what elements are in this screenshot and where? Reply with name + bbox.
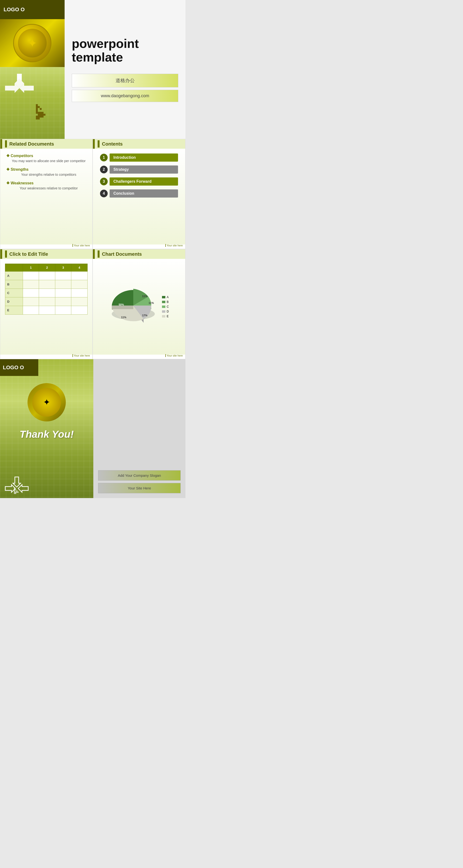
svg-rect-38 [15, 492, 16, 493]
slide3-logo: LOGO O [0, 359, 38, 376]
doc-competitors-title: Competitors [6, 154, 87, 158]
related-docs-header: Related Documents [0, 139, 92, 149]
cell-e2[interactable] [39, 306, 55, 315]
cell-e3[interactable] [55, 306, 71, 315]
doc-weaknesses-desc: Your weaknesses relative to competitor [6, 186, 87, 190]
contents-content: 1 Introduction 2 Strategy 3 Challengers … [93, 149, 185, 245]
doc-weaknesses: Weaknesses Your weaknesses relative to c… [6, 181, 87, 190]
col-header-4: 4 [71, 264, 88, 272]
row-label-d: D [5, 298, 23, 306]
svg-rect-43 [18, 492, 19, 493]
legend-color-b [162, 301, 165, 303]
svg-rect-13 [42, 112, 43, 114]
compass-inner: ✦ [18, 29, 47, 58]
cell-a3[interactable] [55, 272, 71, 280]
pie-chart-svg: 50% 11% 11% 17% 11% [109, 283, 157, 331]
contents-number-3: 3 [100, 178, 108, 185]
svg-rect-4 [36, 104, 38, 106]
cell-b2[interactable] [39, 280, 55, 289]
contents-item-4: 4 Conclusion [100, 189, 178, 197]
legend-label-e: E [167, 315, 169, 318]
row-label-e: E [5, 306, 23, 315]
svg-rect-7 [36, 110, 38, 112]
cell-b3[interactable] [55, 280, 71, 289]
table-row: C [5, 289, 88, 298]
col-header-empty [5, 264, 23, 272]
svg-rect-37 [16, 490, 18, 492]
svg-rect-11 [38, 112, 40, 114]
svg-rect-21 [38, 118, 40, 120]
cell-a2[interactable] [39, 272, 55, 280]
chinese-text-box[interactable]: 道格办公 [72, 74, 178, 87]
slides-row-3: Click to Edit Title 1 2 3 4 A [0, 249, 186, 359]
doc-competitors-desc: You may want to allocate one slide per c… [6, 159, 87, 163]
pie-chart-container: 50% 11% 11% 17% 11% A B [109, 283, 169, 331]
slogan-box[interactable]: Add Your Company Slogan [98, 470, 180, 480]
contents-label-3: Challengers Forward [109, 178, 178, 186]
row-label-a: A [5, 272, 23, 280]
green-grid-panel [0, 67, 65, 139]
col-header-1: 1 [23, 264, 39, 272]
site-box[interactable]: Your Site Here [98, 483, 180, 493]
contents-label-2: Strategy [109, 165, 178, 174]
cell-c1[interactable] [23, 289, 39, 298]
svg-rect-33 [14, 488, 15, 489]
pie-chart: 50% 11% 11% 17% 11% [109, 283, 157, 331]
contents-header-accent [98, 140, 100, 148]
svg-marker-31 [5, 485, 15, 492]
slide3-compass-inner: ✦ [32, 388, 61, 416]
edit-title-text: Click to Edit Title [9, 251, 48, 257]
svg-rect-35 [14, 490, 15, 492]
related-docs-slide: Related Documents Competitors You may wa… [0, 139, 93, 249]
table-row: B [5, 280, 88, 289]
table-header-row: 1 2 3 4 [5, 264, 88, 272]
edit-title-accent [5, 250, 7, 258]
website-text-box[interactable]: www.daogebangong.com [72, 90, 178, 102]
svg-rect-14 [38, 114, 40, 116]
cell-c2[interactable] [39, 289, 55, 298]
cell-c3[interactable] [55, 289, 71, 298]
related-docs-site-label: Your site here [72, 244, 90, 247]
cell-d4[interactable] [71, 298, 88, 306]
table-row: E [5, 306, 88, 315]
doc-strengths-desc: Your strengths relative to competitors [6, 173, 87, 177]
slide3-thankyou: LOGO O ✦ Thank You! [0, 359, 186, 498]
cell-c4[interactable] [71, 289, 88, 298]
legend-item-b: B [162, 300, 169, 304]
legend-item-d: D [162, 310, 169, 313]
table-content: 1 2 3 4 A B [0, 259, 92, 354]
slide1-right-panel: powerpoint template 道格办公 www.daogebangon… [65, 0, 186, 139]
pie-legend: A B C D E [162, 296, 169, 318]
cell-b4[interactable] [71, 280, 88, 289]
svg-rect-39 [14, 492, 15, 493]
slide3-compass: ✦ [28, 383, 66, 422]
svg-rect-8 [36, 112, 38, 114]
slide3-arrows-icon [5, 476, 29, 496]
svg-rect-12 [40, 112, 42, 114]
cell-a4[interactable] [71, 272, 88, 280]
cell-b1[interactable] [23, 280, 39, 289]
svg-rect-34 [14, 489, 15, 490]
cell-a1[interactable] [23, 272, 39, 280]
svg-rect-18 [42, 114, 43, 116]
svg-rect-5 [36, 106, 38, 108]
legend-color-e [162, 315, 165, 317]
legend-label-b: B [167, 300, 169, 304]
svg-rect-16 [42, 116, 43, 118]
contents-site-label: Your site here [165, 244, 183, 247]
svg-rect-41 [15, 493, 16, 494]
cell-e1[interactable] [23, 306, 39, 315]
contents-item-1: 1 Introduction [100, 154, 178, 162]
svg-rect-15 [40, 116, 42, 118]
cell-d1[interactable] [23, 298, 39, 306]
legend-label-a: A [167, 296, 169, 299]
svg-rect-9 [38, 106, 40, 108]
compass-image: ✦ [0, 19, 65, 67]
doc-strengths: Strengths Your strengths relative to com… [6, 167, 87, 177]
chart-docs-header: Chart Documents [93, 249, 185, 259]
cell-d3[interactable] [55, 298, 71, 306]
chart-site-label: Your site here [165, 354, 183, 357]
cell-e4[interactable] [71, 306, 88, 315]
compass-outer: ✦ [13, 24, 52, 62]
cell-d2[interactable] [39, 298, 55, 306]
